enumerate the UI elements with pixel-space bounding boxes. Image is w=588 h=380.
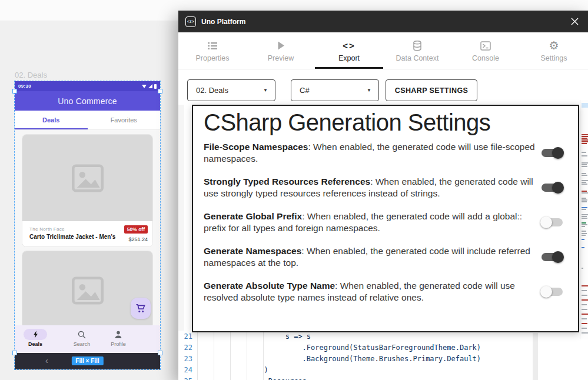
product-price: $251.24 [128,236,148,242]
database-icon [413,39,422,52]
search-icon [78,331,86,339]
setting-description: File-Scope Namespaces: When enabled, the… [204,141,542,165]
app-title: Uno Commerce [58,96,117,106]
phone-bottom-nav: Deals Search Profile [15,325,160,353]
nav-item-profile[interactable]: Profile [105,329,131,347]
window-title-bar[interactable]: </> Uno Platform [178,11,588,32]
nav-item-deals[interactable]: Deals [22,329,48,347]
code-line: 22 .Foreground(StatusBarForegroundTheme.… [178,342,531,353]
image-placeholder-icon [71,164,104,192]
selection-handle[interactable] [12,351,17,355]
code-text: ) [196,366,268,374]
code-editor[interactable]: 21 s => s 22 .Foreground(StatusBarForegr… [178,331,531,380]
tab-properties[interactable]: Properties [178,32,247,69]
tab-settings[interactable]: ⚙ Settings [520,32,588,69]
artboard-label[interactable]: 02. Deals [15,71,47,79]
size-badge: Fill × Fill [71,356,103,365]
product-name: Carto Triclimate Jacket - Men's [29,234,115,240]
phone-tab-favorites[interactable]: Favorites [88,111,161,129]
tab-label: Export [338,54,360,62]
toggle-generate-absolute-type-name[interactable] [542,288,563,296]
chevron-down-icon: ▼ [361,88,371,93]
screen-select-value: 02. Deals [196,86,228,95]
product-info: The North Face Carto Triclimate Jacket -… [22,221,152,247]
product-card[interactable]: The North Face Carto Triclimate Jacket -… [22,134,153,247]
lightning-icon [33,331,38,338]
setting-row-generate-absolute-type-name: Generate Absolute Type Name: When enable… [204,280,566,304]
setting-row-file-scope-namespaces: File-Scope Namespaces: When enabled, the… [204,141,566,165]
main-tab-bar: Properties Preview <> Export Data Contex… [178,32,588,69]
editor-scrollbar[interactable] [533,333,538,380]
toggle-file-scope-namespaces[interactable] [542,149,563,157]
phone-tab-deals[interactable]: Deals [15,111,88,129]
setting-name: Generate Namespaces [204,246,301,256]
phone-artboard[interactable]: 09:30 Uno Commerce Deals Favorites The N… [15,81,160,369]
nav-active-pill [24,329,47,340]
screen-select-dropdown[interactable]: 02. Deals ▼ [187,79,275,101]
line-number: 23 [178,355,196,363]
tab-label: Properties [196,54,230,62]
gear-icon: ⚙ [549,39,559,52]
image-placeholder-icon [71,276,104,305]
dialog-title: CSharp Generation Settings [204,109,566,136]
language-select-dropdown[interactable]: C# ▼ [291,79,379,101]
product-image-placeholder [22,135,152,221]
back-chevron-icon[interactable]: ‹ [45,356,48,365]
export-toolbar: 02. Deals ▼ C# ▼ CSHARP SETTINGS [178,69,588,106]
tab-active-underline [15,128,88,129]
nav-item-search[interactable]: Search [69,329,95,347]
setting-description: Generate Namespaces: When enabled, the g… [204,245,542,269]
toggle-strongly-typed-resources[interactable] [542,184,563,192]
tab-preview[interactable]: Preview [247,32,315,69]
nav-label: Profile [111,341,126,347]
tab-export[interactable]: <> Export [315,32,383,69]
code-text: .Foreground(StatusBarForegroundTheme.Dar… [196,344,481,352]
cart-fab-button[interactable] [131,298,151,319]
code-line: 23 .Background(Theme.Brushes.Primary.Def… [178,353,531,364]
toggle-knob [552,182,564,194]
phone-app-bar: Uno Commerce [15,91,160,111]
status-icons [142,84,157,89]
tab-label: Data Context [396,54,439,62]
setting-row-generate-global-prefix: Generate Global Prefix: When enabled, th… [204,211,566,234]
tab-data-context[interactable]: Data Context [383,32,451,69]
line-number: 22 [178,344,196,352]
toggle-generate-namespaces[interactable] [542,253,563,261]
battery-icon [154,84,157,89]
setting-row-generate-namespaces: Generate Namespaces: When enabled, the g… [204,245,566,269]
setting-row-strongly-typed-resources: Strongly Typed Resources References: Whe… [204,176,566,199]
toggle-knob [552,147,564,159]
setting-description: Strongly Typed Resources References: Whe… [204,176,542,199]
setting-name: Strongly Typed Resources References [204,176,370,186]
close-button[interactable] [568,15,581,28]
phone-content: The North Face Carto Triclimate Jacket -… [15,130,160,325]
code-line: 25 Resources [178,375,531,380]
person-icon [114,331,122,339]
selection-handle[interactable] [158,351,162,355]
toggle-knob [540,286,552,298]
status-time: 09:30 [18,84,31,89]
android-system-bar: ‹ Fill × Fill [15,353,160,369]
toggle-knob [540,216,552,228]
wifi-icon [142,85,147,88]
phone-tab-bar: Deals Favorites [15,111,160,130]
discount-badge: 50% off [124,225,148,234]
tab-console[interactable]: Console [451,32,520,69]
line-number: 21 [178,332,196,341]
phone-status-bar: 09:30 [15,81,160,91]
selection-handle[interactable] [158,89,162,94]
selection-handle[interactable] [12,89,17,94]
toggle-generate-global-prefix[interactable] [542,218,563,226]
setting-name: Generate Absolute Type Name [204,281,335,291]
signal-icon [148,84,152,88]
csharp-settings-button[interactable]: CSHARP SETTINGS [386,79,477,101]
window-title: Uno Platform [201,18,245,26]
code-text: .Background(Theme.Brushes.Primary.Defaul… [196,355,481,363]
language-select-value: C# [300,86,310,95]
editor-minimap[interactable] [580,100,588,339]
code-line: 24 ) [178,364,531,375]
chevron-down-icon: ▼ [257,88,268,93]
tab-label: Preview [268,54,294,62]
code-icon: <> [343,39,356,52]
nav-label: Search [74,341,91,347]
